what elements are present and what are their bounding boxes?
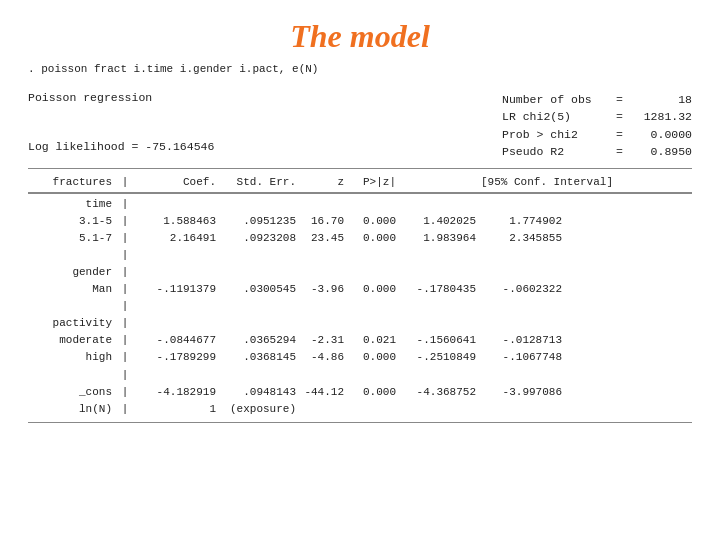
cell-fractures: [28, 247, 118, 264]
cell-coef: [132, 315, 222, 332]
cell-z: 16.70: [302, 213, 350, 230]
cell-coef: 2.16491: [132, 230, 222, 247]
cell-z: 23.45: [302, 230, 350, 247]
cell-coef: -4.182919: [132, 384, 222, 401]
cell-stderr: [222, 264, 302, 281]
cell-conf1: -.2510849: [402, 349, 482, 366]
cell-conf1: 1.983964: [402, 230, 482, 247]
cell-sep: |: [118, 401, 132, 418]
cell-coef: [132, 247, 222, 264]
stat-eq-prob: =: [616, 126, 628, 143]
cell-conf2: [482, 401, 562, 418]
stat-eq-r2: =: [616, 143, 628, 160]
page-title: The model: [0, 0, 720, 63]
cell-conf1: -4.368752: [402, 384, 482, 401]
cell-conf1: 1.402025: [402, 213, 482, 230]
cell-pz: 0.000: [350, 384, 402, 401]
cell-stderr: .0923208: [222, 230, 302, 247]
cell-conf2: [482, 367, 562, 384]
cell-sep: |: [118, 349, 132, 366]
stat-label-obs: Number of obs: [502, 91, 612, 108]
col-header-conf: [95% Conf. Interval]: [402, 174, 692, 191]
cell-sep: |: [118, 332, 132, 349]
cell-fractures: gender: [28, 264, 118, 281]
cell-conf2: -3.997086: [482, 384, 562, 401]
cell-coef: [132, 298, 222, 315]
cell-coef: -.1191379: [132, 281, 222, 298]
table-row: |: [28, 247, 692, 264]
cell-conf1: [402, 196, 482, 213]
cell-sep: |: [118, 264, 132, 281]
cell-z: [302, 401, 350, 418]
cell-conf2: [482, 264, 562, 281]
cell-stderr: .0365294: [222, 332, 302, 349]
cell-fractures: ln(N): [28, 401, 118, 418]
table-row: moderate|-.0844677.0365294-2.310.021-.15…: [28, 332, 692, 349]
cell-pz: 0.000: [350, 349, 402, 366]
cell-pz: [350, 247, 402, 264]
table-row: gender|: [28, 264, 692, 281]
cell-z: [302, 247, 350, 264]
cell-coef: [132, 196, 222, 213]
cell-fractures: 5.1-7: [28, 230, 118, 247]
stat-row-chi2: LR chi2(5) = 1281.32: [502, 108, 692, 125]
cell-stderr: [222, 367, 302, 384]
cell-coef: [132, 264, 222, 281]
cell-z: [302, 264, 350, 281]
cell-conf1: -.1780435: [402, 281, 482, 298]
cell-pz: 0.021: [350, 332, 402, 349]
cell-stderr: [222, 196, 302, 213]
cell-conf2: -.0602322: [482, 281, 562, 298]
cell-conf1: [402, 247, 482, 264]
col-sep-header: |: [118, 174, 132, 191]
cell-fractures: high: [28, 349, 118, 366]
table-row: 3.1-5|1.588463.095123516.700.0001.402025…: [28, 213, 692, 230]
sub-divider: [28, 193, 692, 194]
cell-pz: [350, 264, 402, 281]
cell-coef: [132, 367, 222, 384]
table-row: time|: [28, 196, 692, 213]
stat-eq-obs: =: [616, 91, 628, 108]
stat-row-r2: Pseudo R2 = 0.8950: [502, 143, 692, 160]
table-row: 5.1-7|2.16491.092320823.450.0001.9839642…: [28, 230, 692, 247]
cell-z: [302, 315, 350, 332]
stat-eq-chi2: =: [616, 108, 628, 125]
cell-pz: [350, 196, 402, 213]
stat-row-prob: Prob > chi2 = 0.0000: [502, 126, 692, 143]
table-row: pactivity|: [28, 315, 692, 332]
regression-table: fractures | Coef. Std. Err. z P>|z| [95%…: [28, 173, 692, 423]
cell-conf2: 1.774902: [482, 213, 562, 230]
cell-conf2: 2.345855: [482, 230, 562, 247]
stat-val-r2: 0.8950: [632, 143, 692, 160]
table-row: ln(N)|1(exposure): [28, 401, 692, 418]
cell-sep: |: [118, 213, 132, 230]
cell-conf1: [402, 264, 482, 281]
log-likelihood: Log likelihood = -75.164546: [28, 140, 360, 153]
cell-stderr: [222, 247, 302, 264]
cell-sep: |: [118, 298, 132, 315]
cell-coef: 1: [132, 401, 222, 418]
cell-pz: 0.000: [350, 213, 402, 230]
cell-z: -4.86: [302, 349, 350, 366]
cell-z: [302, 196, 350, 213]
stat-row-obs: Number of obs = 18: [502, 91, 692, 108]
cell-conf1: [402, 401, 482, 418]
cell-sep: |: [118, 384, 132, 401]
cell-conf1: [402, 298, 482, 315]
stats-block: Number of obs = 18 LR chi2(5) = 1281.32 …: [502, 91, 692, 160]
cell-fractures: 3.1-5: [28, 213, 118, 230]
cell-z: -3.96: [302, 281, 350, 298]
cell-sep: |: [118, 367, 132, 384]
stat-val-chi2: 1281.32: [632, 108, 692, 125]
cell-fractures: [28, 367, 118, 384]
table-row: _cons|-4.182919.0948143-44.120.000-4.368…: [28, 384, 692, 401]
cell-z: -2.31: [302, 332, 350, 349]
top-divider: [28, 168, 692, 169]
cell-stderr: .0368145: [222, 349, 302, 366]
cell-fractures: _cons: [28, 384, 118, 401]
bottom-divider: [28, 422, 692, 423]
cell-pz: 0.000: [350, 281, 402, 298]
cell-fractures: pactivity: [28, 315, 118, 332]
table-row: |: [28, 367, 692, 384]
cell-conf1: -.1560641: [402, 332, 482, 349]
